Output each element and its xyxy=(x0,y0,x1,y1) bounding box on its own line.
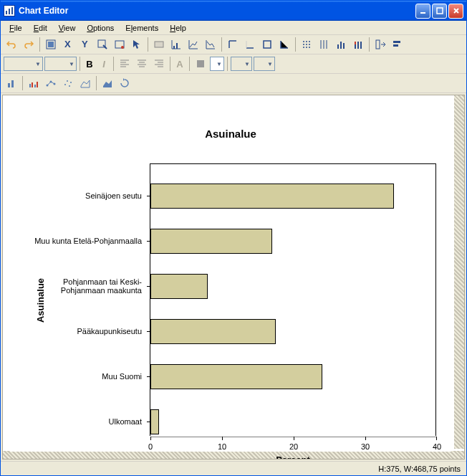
text-color-button[interactable]: A xyxy=(173,57,186,70)
menu-options[interactable]: Options xyxy=(81,22,120,34)
select-frame-icon[interactable] xyxy=(43,37,59,52)
svg-rect-38 xyxy=(29,84,31,87)
chart-area[interactable]: Asuinalue Seinäjoen seutu Muu kunta Etel… xyxy=(2,95,465,460)
data-label-button[interactable] xyxy=(151,37,167,52)
pointer-button[interactable] xyxy=(129,37,145,52)
line-up-icon[interactable] xyxy=(186,37,201,52)
plot-area[interactable]: Seinäjoen seutu Muu kunta Etelä-Pohjanma… xyxy=(150,163,436,436)
grid-dots-icon[interactable] xyxy=(299,37,314,52)
svg-point-47 xyxy=(69,85,70,87)
chart-clustered-icon[interactable] xyxy=(26,75,42,91)
align-right-button[interactable] xyxy=(151,56,167,72)
align-center-button[interactable] xyxy=(134,56,150,72)
y-axis-label[interactable]: Asuinalue xyxy=(35,277,46,322)
svg-rect-33 xyxy=(393,41,400,43)
italic-button[interactable]: I xyxy=(97,57,110,70)
bar-muu-suomi[interactable] xyxy=(150,364,322,389)
menu-view[interactable]: View xyxy=(53,22,82,34)
svg-rect-25 xyxy=(337,44,339,49)
svg-rect-40 xyxy=(34,85,36,87)
bar-pohjanmaan[interactable] xyxy=(150,274,208,299)
chart-rotate-icon[interactable] xyxy=(117,75,133,91)
font-family-select[interactable]: ▼ xyxy=(4,57,43,71)
svg-rect-1 xyxy=(9,9,10,14)
line-down-icon[interactable] xyxy=(203,37,218,52)
svg-rect-15 xyxy=(264,41,271,48)
grid-bars-icon[interactable] xyxy=(333,37,349,52)
line-style-select[interactable]: ▼ xyxy=(231,57,252,71)
fill-color-dropdown[interactable]: ▼ xyxy=(210,57,224,71)
menu-edit[interactable]: Edit xyxy=(28,22,53,34)
app-window: Chart Editor File Edit View Options Elem… xyxy=(0,0,467,476)
toolbar-row-2: ▼ ▼ B I A ▼ ▼ ▼ xyxy=(1,54,466,74)
cat-label-0: Seinäjoen seutu xyxy=(20,191,142,200)
svg-rect-29 xyxy=(355,42,356,44)
chart-canvas[interactable]: Asuinalue Seinäjoen seutu Muu kunta Etel… xyxy=(10,103,451,452)
undo-button[interactable] xyxy=(4,37,19,52)
grid-v-icon[interactable] xyxy=(316,37,332,52)
svg-rect-34 xyxy=(393,44,398,47)
zoom-button[interactable] xyxy=(95,37,110,52)
window-title: Chart Editor xyxy=(19,6,415,16)
maximize-button[interactable] xyxy=(432,4,447,19)
close-button[interactable] xyxy=(448,4,463,19)
grid-stacked-icon[interactable] xyxy=(350,37,366,52)
status-dimensions: H:375, W:468,75 points xyxy=(378,465,461,473)
menu-elements[interactable]: Elements xyxy=(120,22,164,34)
axis-box-icon[interactable] xyxy=(259,37,275,52)
chart-type-bar-icon[interactable] xyxy=(4,75,19,91)
bar-seinajoen[interactable] xyxy=(150,184,394,209)
axis-b-icon[interactable] xyxy=(242,37,258,52)
titlebar[interactable]: Chart Editor xyxy=(1,1,466,21)
bar-ulkomaat[interactable] xyxy=(150,409,159,434)
fill-color-button[interactable] xyxy=(193,56,208,72)
chart-line-dots-icon[interactable] xyxy=(43,75,59,91)
chart-area-fill-icon[interactable] xyxy=(100,75,115,91)
cat-label-4: Muu Suomi xyxy=(20,372,142,381)
chart-options-button[interactable] xyxy=(112,37,127,52)
x-axis-label[interactable]: Percent xyxy=(276,454,310,460)
svg-point-46 xyxy=(67,80,68,82)
bar-paakaupunki[interactable] xyxy=(150,319,276,344)
cat-label-1: Muu kunta Etelä-Pohjanmaalla xyxy=(20,237,142,245)
svg-rect-26 xyxy=(340,42,342,49)
transpose-button[interactable] xyxy=(372,37,388,52)
axis-tl-icon[interactable] xyxy=(225,37,241,52)
svg-rect-4 xyxy=(437,8,443,14)
menu-help[interactable]: Help xyxy=(164,22,192,34)
svg-rect-41 xyxy=(37,82,38,87)
svg-point-11 xyxy=(121,46,124,49)
ruler-right xyxy=(454,95,464,449)
bar-muu-kunta[interactable] xyxy=(150,229,272,254)
bold-button[interactable]: B xyxy=(83,57,96,70)
axis-lb-icon[interactable] xyxy=(276,37,292,52)
toolbar-row-3 xyxy=(1,74,466,93)
svg-rect-37 xyxy=(11,80,14,87)
font-size-select[interactable]: ▼ xyxy=(44,57,77,71)
svg-rect-0 xyxy=(6,11,7,14)
minimize-button[interactable] xyxy=(415,4,430,19)
align-left-button[interactable] xyxy=(117,56,133,72)
svg-rect-30 xyxy=(357,42,359,49)
menu-file[interactable]: File xyxy=(4,22,28,34)
svg-rect-6 xyxy=(48,42,54,47)
redo-button[interactable] xyxy=(21,37,37,52)
svg-rect-13 xyxy=(173,46,175,49)
chart-title[interactable]: Asuinalue xyxy=(10,128,451,140)
bars-left-icon[interactable] xyxy=(168,37,184,52)
svg-text:X: X xyxy=(64,39,71,49)
svg-rect-36 xyxy=(8,83,10,87)
y-axis-button[interactable]: Y xyxy=(77,37,93,52)
svg-point-45 xyxy=(64,84,66,85)
svg-text:Y: Y xyxy=(82,39,88,49)
svg-rect-3 xyxy=(420,12,425,14)
statusbar: H:375, W:468,75 points xyxy=(1,461,466,475)
svg-point-17 xyxy=(306,41,307,42)
x-axis-button[interactable]: X xyxy=(60,37,76,52)
toolbar-row-1: X Y xyxy=(1,35,466,54)
chart-scatter-icon[interactable] xyxy=(60,75,76,91)
hbar-stacked-icon[interactable] xyxy=(390,37,405,52)
line-weight-select[interactable]: ▼ xyxy=(254,57,275,71)
svg-point-24 xyxy=(309,47,310,48)
chart-area-step-icon[interactable] xyxy=(77,75,93,91)
